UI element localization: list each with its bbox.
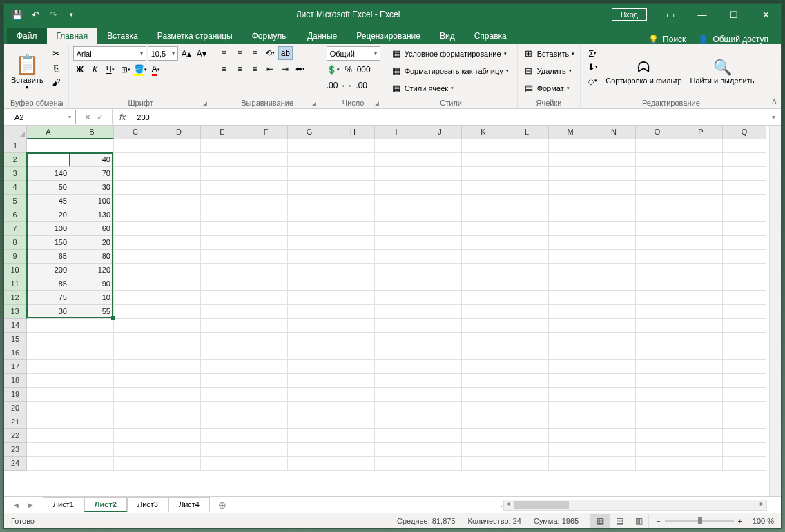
cell[interactable] — [114, 429, 157, 443]
cell[interactable] — [549, 374, 592, 388]
cell[interactable] — [27, 374, 70, 388]
cell[interactable] — [288, 388, 331, 402]
cell[interactable] — [114, 305, 157, 319]
cell[interactable] — [244, 208, 288, 222]
cell[interactable] — [549, 222, 592, 236]
clear-icon[interactable]: ◇▾ — [585, 74, 600, 88]
cell[interactable] — [592, 264, 636, 277]
cell[interactable] — [549, 167, 592, 181]
cell[interactable] — [679, 305, 723, 319]
cell[interactable] — [636, 443, 679, 457]
cell[interactable] — [636, 291, 679, 305]
cell[interactable] — [418, 429, 462, 443]
cell[interactable]: 30 — [70, 181, 114, 195]
cell[interactable] — [201, 346, 244, 360]
cell[interactable] — [375, 388, 418, 402]
cell[interactable] — [592, 250, 636, 264]
cell[interactable] — [418, 346, 462, 360]
cell[interactable] — [549, 250, 592, 264]
cell[interactable] — [636, 360, 679, 374]
cell[interactable] — [244, 388, 288, 402]
cell[interactable] — [505, 346, 549, 360]
cell[interactable] — [592, 374, 636, 388]
cell[interactable] — [679, 333, 723, 346]
cell-styles-button[interactable]: ▦Стили ячеек▾ — [389, 81, 513, 95]
row-header[interactable]: 21 — [4, 415, 27, 429]
cell[interactable] — [331, 222, 375, 236]
cell[interactable]: 20 — [70, 236, 114, 250]
dialog-launcher-icon[interactable]: ◢ — [58, 100, 63, 107]
cell[interactable] — [636, 305, 679, 319]
cell[interactable] — [244, 319, 288, 333]
cell[interactable] — [418, 291, 462, 305]
cell[interactable] — [679, 167, 723, 181]
copy-icon[interactable]: ⎘ — [49, 61, 64, 75]
cell[interactable] — [636, 236, 679, 250]
cell[interactable] — [723, 305, 766, 319]
cells-area[interactable]: 2004014070503045100201301006015020658020… — [27, 139, 769, 496]
col-header[interactable]: B — [70, 126, 114, 139]
cell[interactable] — [331, 360, 375, 374]
col-header[interactable]: G — [288, 126, 331, 139]
row-header[interactable]: 15 — [4, 333, 27, 346]
cell[interactable] — [549, 139, 592, 153]
zoom-level[interactable]: 100 % — [746, 517, 774, 525]
borders-icon[interactable]: ⊞▾ — [119, 63, 133, 77]
cell[interactable] — [331, 388, 375, 402]
tell-me-search[interactable]: 💡 Поиск — [648, 35, 686, 44]
cell[interactable] — [592, 333, 636, 346]
cell[interactable] — [331, 167, 375, 181]
cell[interactable] — [157, 402, 201, 415]
cell[interactable] — [375, 195, 418, 208]
cell[interactable] — [288, 443, 331, 457]
cell[interactable] — [288, 429, 331, 443]
tab-Вставка[interactable]: Вставка — [97, 28, 148, 44]
cell[interactable] — [462, 388, 505, 402]
cell[interactable] — [375, 222, 418, 236]
cell[interactable] — [418, 222, 462, 236]
cell[interactable] — [418, 415, 462, 429]
cell[interactable] — [201, 429, 244, 443]
format-as-table-button[interactable]: ▦Форматировать как таблицу▾ — [389, 63, 513, 78]
cell[interactable] — [723, 457, 766, 471]
cell[interactable] — [27, 415, 70, 429]
cell[interactable] — [201, 277, 244, 291]
cell[interactable] — [288, 346, 331, 360]
increase-decimal-icon[interactable]: .00→ — [327, 79, 347, 92]
cell[interactable] — [331, 250, 375, 264]
cell[interactable] — [592, 236, 636, 250]
cell[interactable] — [288, 139, 331, 153]
cut-icon[interactable]: ✂ — [49, 46, 64, 60]
row-header[interactable]: 7 — [4, 222, 27, 236]
cell[interactable] — [549, 153, 592, 167]
cell[interactable] — [70, 429, 114, 443]
cell[interactable] — [505, 264, 549, 277]
cell[interactable] — [592, 222, 636, 236]
ribbon-options-icon[interactable]: ▭ — [655, 4, 686, 25]
share-button[interactable]: 👤 Общий доступ — [698, 35, 768, 44]
cell[interactable] — [418, 333, 462, 346]
cell[interactable] — [201, 305, 244, 319]
cell[interactable] — [679, 415, 723, 429]
cell[interactable] — [505, 415, 549, 429]
cell[interactable] — [679, 250, 723, 264]
cell[interactable] — [679, 208, 723, 222]
dialog-launcher-icon[interactable]: ◢ — [311, 100, 316, 107]
cell[interactable] — [723, 346, 766, 360]
cell[interactable] — [723, 360, 766, 374]
comma-icon[interactable]: 000 — [357, 63, 371, 77]
cell[interactable] — [244, 236, 288, 250]
cell[interactable] — [157, 388, 201, 402]
cell[interactable] — [636, 388, 679, 402]
tab-Вид[interactable]: Вид — [430, 28, 465, 44]
cell[interactable] — [375, 208, 418, 222]
cell[interactable] — [592, 319, 636, 333]
cell[interactable] — [201, 388, 244, 402]
cell[interactable] — [70, 333, 114, 346]
cell[interactable] — [549, 319, 592, 333]
cell[interactable] — [636, 429, 679, 443]
cell[interactable] — [592, 388, 636, 402]
cell[interactable]: 140 — [27, 167, 70, 181]
cell[interactable] — [549, 333, 592, 346]
cell[interactable] — [244, 222, 288, 236]
